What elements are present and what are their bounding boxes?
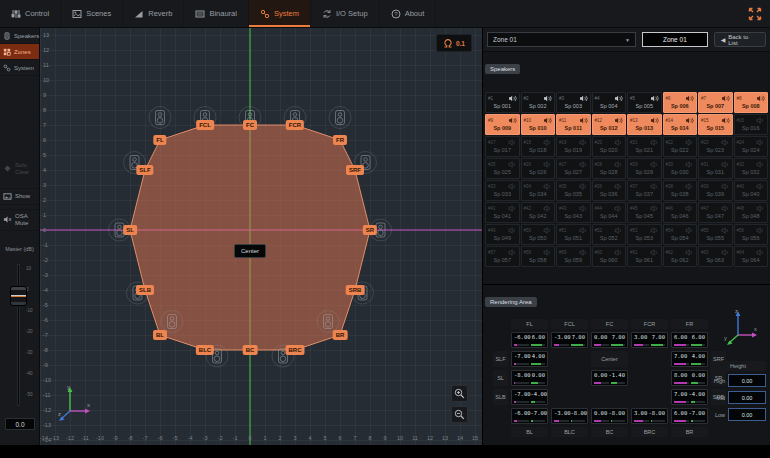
speaker-cell[interactable]: #3Sp 003 (556, 92, 591, 113)
fullscreen-icon[interactable] (748, 7, 762, 21)
speaker-cell[interactable]: #11Sp 011 (556, 114, 591, 135)
speaker-cell[interactable]: #58Sp 058 (521, 246, 556, 267)
speaker-cell[interactable]: #16Sp 016 (734, 114, 769, 135)
speaker-cell[interactable]: #33Sp 033 (485, 180, 520, 201)
speaker-mute-icon[interactable] (614, 205, 623, 212)
speaker-cell[interactable]: #49Sp 049 (485, 224, 520, 245)
speaker-mute-icon[interactable] (543, 227, 552, 234)
speaker-mute-icon[interactable] (508, 227, 517, 234)
rendering-xy-field-fr[interactable]: 6.006.00 (671, 332, 708, 348)
zone-name-input[interactable]: Zone 01 (642, 32, 708, 47)
rendering-xy-field-br[interactable]: 6.00-7.00 (671, 408, 708, 424)
speaker-mute-icon[interactable] (685, 249, 694, 256)
speaker-cell[interactable]: #25Sp 025 (485, 158, 520, 179)
speaker-cell[interactable]: #8Sp 008 (734, 92, 769, 113)
speaker-cell[interactable]: #30Sp 030 (663, 158, 698, 179)
vertex-label-fcl[interactable]: FCL (196, 120, 214, 130)
speaker-mute-icon[interactable] (685, 183, 694, 190)
speaker-mute-icon[interactable] (650, 117, 659, 124)
speaker-mute-icon[interactable] (650, 161, 659, 168)
solo-clear-button[interactable]: Solo Clear (0, 158, 39, 180)
speaker-cell[interactable]: #7Sp 007 (698, 92, 733, 113)
speaker-mute-icon[interactable] (721, 227, 730, 234)
speaker-mute-icon[interactable] (508, 95, 517, 102)
speaker-mute-icon[interactable] (685, 95, 694, 102)
speaker-cell[interactable]: #50Sp 050 (521, 224, 556, 245)
speaker-mute-icon[interactable] (508, 139, 517, 146)
speaker-cell[interactable]: #43Sp 043 (556, 202, 591, 223)
speaker-mute-icon[interactable] (614, 227, 623, 234)
vertex-label-srf[interactable]: SRF (346, 165, 364, 175)
speaker-cell[interactable]: #20Sp 020 (592, 136, 627, 157)
speaker-mute-icon[interactable] (756, 139, 765, 146)
vertex-label-bl[interactable]: BL (153, 330, 167, 340)
speaker-cell[interactable]: #53Sp 053 (627, 224, 662, 245)
tab-binaural[interactable]: Binaural (184, 0, 249, 27)
speaker-mute-icon[interactable] (756, 205, 765, 212)
speaker-cell[interactable]: #13Sp 013 (627, 114, 662, 135)
speaker-mute-icon[interactable] (543, 139, 552, 146)
tab-io-setup[interactable]: I/O Setup (311, 0, 380, 27)
speaker-mute-icon[interactable] (614, 249, 623, 256)
rendering-xy-field-fl[interactable]: -6.006.00 (511, 332, 548, 348)
speaker-icon[interactable] (149, 107, 171, 129)
speaker-mute-icon[interactable] (543, 183, 552, 190)
speaker-mute-icon[interactable] (685, 139, 694, 146)
speaker-cell[interactable]: #22Sp 022 (663, 136, 698, 157)
height-value-field[interactable]: 0.00 (728, 408, 766, 421)
speaker-mute-icon[interactable] (650, 95, 659, 102)
speaker-cell[interactable]: #42Sp 042 (521, 202, 556, 223)
sidebar-item-zones[interactable]: Zones (0, 44, 39, 60)
speaker-mute-icon[interactable] (756, 183, 765, 190)
speaker-cell[interactable]: #34Sp 034 (521, 180, 556, 201)
speaker-mute-icon[interactable] (543, 95, 552, 102)
speaker-mute-icon[interactable] (756, 161, 765, 168)
speaker-cell[interactable]: #31Sp 031 (698, 158, 733, 179)
rendering-xy-field-sr[interactable]: 8.000.00 (671, 370, 708, 386)
speaker-cell[interactable]: #5Sp 005 (627, 92, 662, 113)
rendering-xy-field-srf[interactable]: 7.004.00 (671, 351, 708, 367)
speaker-mute-icon[interactable] (579, 117, 588, 124)
speaker-cell[interactable]: #4Sp 004 (592, 92, 627, 113)
speaker-mute-icon[interactable] (650, 205, 659, 212)
speaker-mute-icon[interactable] (579, 227, 588, 234)
speaker-mute-icon[interactable] (508, 249, 517, 256)
speaker-cell[interactable]: #57Sp 057 (485, 246, 520, 267)
speaker-mute-icon[interactable] (614, 183, 623, 190)
zone-canvas[interactable]: FLFCLFCFCRFRSRFSRSRBBRBRCBCBLCBLSLBSLSLF… (40, 28, 482, 445)
speaker-cell[interactable]: #35Sp 035 (556, 180, 591, 201)
speaker-mute-icon[interactable] (650, 139, 659, 146)
speaker-mute-icon[interactable] (721, 161, 730, 168)
speaker-mute-icon[interactable] (650, 249, 659, 256)
rendering-xy-field-fcr[interactable]: 3.007.00 (631, 332, 668, 348)
speaker-cell[interactable]: #38Sp 038 (663, 180, 698, 201)
speaker-mute-icon[interactable] (721, 139, 730, 146)
speaker-cell[interactable]: #12Sp 012 (592, 114, 627, 135)
rendering-xy-field-fcl[interactable]: -3.007.00 (551, 332, 588, 348)
speaker-mute-icon[interactable] (579, 183, 588, 190)
rendering-xy-field-blc[interactable]: -3.00-8.00 (551, 408, 588, 424)
speaker-cell[interactable]: #29Sp 029 (627, 158, 662, 179)
speaker-mute-icon[interactable] (685, 161, 694, 168)
speaker-mute-icon[interactable] (756, 249, 765, 256)
speaker-cell[interactable]: #18Sp 018 (521, 136, 556, 157)
speaker-cell[interactable]: #64Sp 064 (734, 246, 769, 267)
speaker-cell[interactable]: #19Sp 019 (556, 136, 591, 157)
listener-alert-badge[interactable]: 0.1 (436, 34, 472, 52)
speaker-cell[interactable]: #23Sp 023 (698, 136, 733, 157)
center-label[interactable]: Center (234, 244, 266, 258)
speaker-mute-icon[interactable] (508, 161, 517, 168)
vertex-label-fl[interactable]: FL (153, 135, 166, 145)
back-to-list-button[interactable]: ◀ Back to List (714, 32, 766, 47)
master-value[interactable]: 0.0 (5, 418, 35, 430)
zone-select-dropdown[interactable]: Zone 01 ▼ (487, 32, 636, 47)
rendering-xy-field-slb[interactable]: -7.00-4.00 (511, 389, 548, 405)
speaker-cell[interactable]: #46Sp 046 (663, 202, 698, 223)
zoom-in-button[interactable] (451, 385, 468, 402)
speaker-cell[interactable]: #41Sp 041 (485, 202, 520, 223)
speaker-cell[interactable]: #48Sp 048 (734, 202, 769, 223)
vertex-label-br[interactable]: BR (333, 330, 348, 340)
vertex-label-fcr[interactable]: FCR (286, 120, 304, 130)
vertex-label-blc[interactable]: BLC (196, 345, 214, 355)
rendering-xy-field-brc[interactable]: 3.00-8.00 (631, 408, 668, 424)
